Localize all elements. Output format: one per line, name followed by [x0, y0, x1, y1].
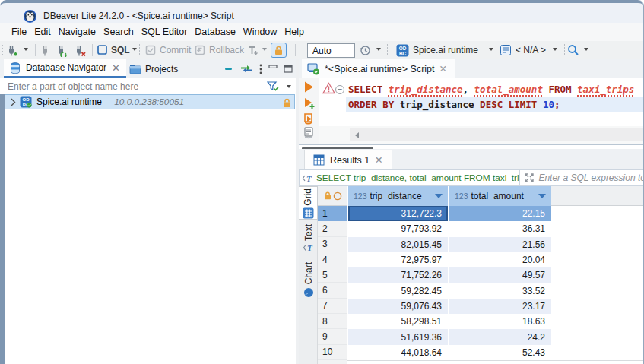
close-results-tab-icon[interactable]: ✕: [375, 154, 382, 166]
tab-results-1[interactable]: Results 1 ✕: [304, 150, 392, 169]
editor-hscrollbar[interactable]: [319, 126, 644, 144]
schema-caret[interactable]: [553, 48, 557, 51]
disconnect-button[interactable]: [74, 43, 87, 58]
transaction-caret[interactable]: [262, 48, 267, 51]
row-number[interactable]: 4: [318, 252, 347, 267]
editor-hscrollbar-track[interactable]: [350, 128, 644, 141]
expand-filter-icon[interactable]: [524, 173, 535, 183]
search-button[interactable]: [567, 43, 579, 58]
grid-cell[interactable]: 97,793.92: [348, 221, 448, 236]
view-menu-icon[interactable]: [259, 64, 262, 74]
filter-dropdown-caret[interactable]: [287, 85, 291, 88]
commit-label: Commit: [160, 45, 191, 55]
grid-cell[interactable]: 22.15: [449, 206, 551, 221]
menu-navigate[interactable]: Navigate: [55, 24, 100, 40]
grid-cell[interactable]: 58,298.51: [348, 314, 448, 329]
history-caret[interactable]: [376, 48, 381, 51]
row-number[interactable]: 6: [318, 283, 347, 299]
view-tab-chart[interactable]: Chart: [299, 262, 318, 298]
grid-cell[interactable]: 24.2: [449, 329, 551, 344]
explain-plan-icon[interactable]: [303, 126, 316, 139]
grid-cell[interactable]: 18.63: [449, 314, 551, 329]
row-number[interactable]: 9: [318, 329, 347, 344]
tab-database-navigator[interactable]: Database Navigator ✕: [4, 59, 126, 78]
column-header-trip_distance[interactable]: 123 trip_distance: [348, 186, 448, 206]
grid-cell[interactable]: 71,752.26: [348, 267, 448, 283]
grid-cell[interactable]: 44,018.64: [348, 345, 448, 360]
active-connection-button[interactable]: OD BC Spice.ai runtime: [396, 43, 478, 58]
grid-cell[interactable]: 21.56: [449, 237, 551, 252]
grid-cell[interactable]: 51,619.36: [348, 329, 448, 344]
row-number[interactable]: 10: [318, 345, 347, 360]
results-view-tabs: Grid Text T Chart: [299, 186, 318, 364]
view-tab-text[interactable]: Text T: [299, 224, 318, 253]
menu-help[interactable]: Help: [281, 24, 308, 40]
maximize-view-icon[interactable]: [284, 65, 293, 73]
grid-cell[interactable]: 52.43: [449, 345, 551, 360]
scroll-left-arrow-icon[interactable]: [355, 132, 359, 138]
sql-editor-caret[interactable]: [132, 48, 137, 51]
svg-text:OD: OD: [23, 97, 30, 102]
results-tab-bar: Results 1 ✕: [299, 149, 644, 169]
link-with-editor-icon[interactable]: [240, 65, 253, 74]
active-schema-button[interactable]: < N/A >: [500, 43, 546, 58]
sql-code-line-2: ORDER BY trip_distance DESC LIMIT 10;: [348, 97, 560, 112]
column-header-total_amount[interactable]: 123 total_amount: [449, 186, 551, 206]
grid-cell[interactable]: 72,975.97: [348, 252, 448, 267]
execute-new-tab-icon[interactable]: [303, 97, 316, 110]
grid-cell[interactable]: 59,282.45: [348, 283, 448, 299]
row-number[interactable]: 8: [318, 314, 347, 329]
tree-expand-chevron[interactable]: [11, 98, 16, 106]
sql-editor[interactable]: − SELECT trip_distance, total_amount FRO…: [299, 78, 644, 144]
results-filter-bar[interactable]: T SELECT trip_distance, total_amount FRO…: [299, 169, 644, 186]
tab-projects[interactable]: Projects: [123, 59, 184, 78]
close-editor-tab-icon[interactable]: ✕: [439, 63, 447, 74]
filter-config-icon[interactable]: [267, 81, 279, 94]
new-connection-caret[interactable]: [24, 48, 28, 51]
row-number[interactable]: 2: [318, 221, 347, 236]
tree-item-connection[interactable]: OD BC Spice.ai runtime - 10.0.0.238:5005…: [5, 94, 295, 109]
menu-file[interactable]: File: [8, 24, 30, 40]
row-number[interactable]: 1: [318, 206, 347, 221]
sql-editor-button[interactable]: SQL: [97, 43, 130, 58]
new-connection-button[interactable]: [6, 43, 19, 58]
grid-cell[interactable]: 23.17: [449, 299, 551, 314]
commit-button[interactable]: Commit: [144, 43, 191, 58]
sort-indicator-icon[interactable]: [435, 194, 443, 198]
menu-sql-editor[interactable]: SQL Editor: [138, 24, 192, 40]
row-number[interactable]: 3: [318, 237, 347, 252]
view-tab-grid[interactable]: Grid: [299, 186, 318, 220]
row-number[interactable]: 7: [318, 299, 347, 314]
transaction-history-button[interactable]: [359, 43, 372, 58]
autocommit-combo[interactable]: Auto: [307, 43, 355, 58]
grid-cell[interactable]: 49.57: [449, 267, 551, 283]
rollback-button[interactable]: Rollback: [194, 43, 244, 58]
minimize-view-icon[interactable]: [268, 65, 278, 73]
search-caret[interactable]: [584, 48, 588, 51]
menu-database[interactable]: Database: [191, 24, 240, 40]
navigator-filter[interactable]: Enter a part of object name here: [0, 78, 296, 94]
grid-cell[interactable]: 36.31: [449, 221, 551, 236]
sort-indicator-icon[interactable]: [538, 194, 546, 198]
connection-caret[interactable]: [489, 48, 493, 51]
collapse-all-icon[interactable]: [224, 64, 234, 74]
grid-cell[interactable]: 312,722.3: [348, 206, 448, 221]
menu-search[interactable]: Search: [100, 24, 138, 40]
menu-edit[interactable]: Edit: [30, 24, 55, 40]
grid-cell[interactable]: 59,076.43: [348, 299, 448, 314]
row-number[interactable]: 5: [318, 267, 347, 283]
execute-script-icon[interactable]: [303, 112, 316, 125]
grid-cell[interactable]: 33.52: [449, 283, 551, 299]
connect-button[interactable]: [40, 43, 52, 58]
close-tab-icon[interactable]: ✕: [112, 62, 120, 74]
reconnect-button[interactable]: [56, 43, 68, 58]
grid-cell[interactable]: 82,015.45: [348, 237, 448, 252]
code-fold-icon[interactable]: −: [335, 85, 344, 94]
grid-cell[interactable]: 20.04: [449, 252, 551, 267]
grid-corner-cell[interactable]: [318, 186, 347, 206]
menu-window[interactable]: Window: [240, 24, 281, 40]
transaction-mode-button[interactable]: [246, 43, 259, 58]
tab-sql-script[interactable]: *<Spice.ai runtime> Script ✕: [302, 59, 455, 78]
execute-statement-icon[interactable]: [303, 81, 316, 93]
readonly-toggle-button[interactable]: [271, 43, 287, 58]
